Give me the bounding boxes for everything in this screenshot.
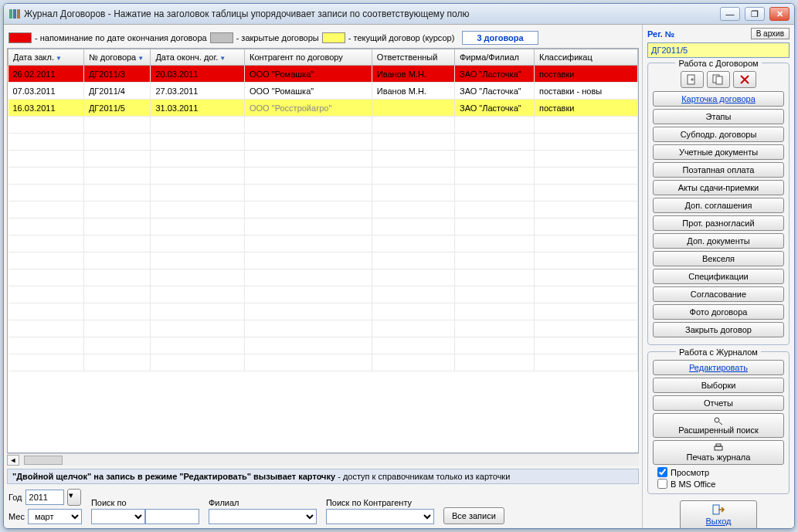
- contract-action-button[interactable]: Закрыть договор: [653, 322, 784, 337]
- table-cell: 26.02.2011: [8, 66, 84, 83]
- column-header[interactable]: Дата закл.▼: [8, 49, 84, 66]
- svg-rect-7: [715, 446, 722, 450]
- maximize-button[interactable]: ❐: [745, 7, 765, 21]
- table-cell: [8, 286, 84, 303]
- contract-action-button[interactable]: Согласование: [653, 286, 784, 302]
- table-cell: [83, 185, 151, 202]
- journal-action-button[interactable]: Расширенный поиск: [653, 413, 784, 438]
- preview-checkbox-row[interactable]: Просмотр: [657, 467, 784, 477]
- svg-rect-2: [17, 9, 20, 19]
- contract-action-button[interactable]: Карточка договора: [653, 91, 784, 107]
- journal-action-button[interactable]: Редактировать: [653, 360, 784, 375]
- table-row[interactable]: [8, 134, 638, 151]
- table-row[interactable]: [8, 303, 638, 320]
- table-cell: ЗАО "Ласточка": [454, 66, 534, 83]
- table-row[interactable]: [8, 219, 638, 236]
- column-header[interactable]: Ответственный: [372, 49, 454, 66]
- column-header[interactable]: Контрагент по договору: [245, 49, 372, 66]
- table-row[interactable]: [8, 252, 638, 269]
- table-cell: [83, 117, 151, 134]
- contract-action-button[interactable]: Спецификации: [653, 269, 784, 284]
- legend-gray-text: - закрытые договоры: [236, 33, 319, 42]
- year-input[interactable]: [25, 490, 64, 505]
- contract-action-button[interactable]: Прот. разногласий: [653, 215, 784, 231]
- contract-action-button[interactable]: Учетные документы: [653, 144, 784, 160]
- table-cell: [83, 252, 151, 269]
- table-cell: 20.03.2011: [151, 66, 245, 83]
- delete-contract-button[interactable]: [733, 71, 756, 88]
- horizontal-scrollbar[interactable]: ◄: [7, 453, 639, 466]
- month-select[interactable]: март: [28, 509, 82, 524]
- table-cell: [535, 337, 638, 354]
- msoffice-checkbox-row[interactable]: В MS Office: [657, 479, 784, 489]
- branch-select[interactable]: [209, 509, 317, 524]
- table-row[interactable]: [8, 320, 638, 337]
- hint-line: "Двойной щелчок" на запись в режиме "Ред…: [7, 469, 639, 484]
- close-button[interactable]: ✕: [769, 7, 790, 21]
- table-cell: [372, 202, 454, 219]
- legend-red-text: - напоминание по дате окончания договора: [35, 33, 207, 42]
- all-records-button[interactable]: Все записи: [443, 507, 504, 524]
- table-cell: [8, 337, 84, 354]
- to-archive-button[interactable]: В архив: [751, 28, 790, 39]
- table-cell: [8, 134, 84, 151]
- reg-number-input[interactable]: [647, 42, 790, 58]
- table-row[interactable]: [8, 236, 638, 252]
- column-header[interactable]: Классификац: [535, 49, 638, 66]
- preview-checkbox[interactable]: [657, 467, 667, 477]
- table-row[interactable]: [8, 286, 638, 303]
- table-row[interactable]: [8, 337, 638, 354]
- table-row[interactable]: [8, 269, 638, 286]
- svg-point-6: [715, 418, 719, 422]
- exit-button[interactable]: Выход: [680, 500, 757, 529]
- contract-action-button[interactable]: Поэтапная оплата: [653, 162, 784, 178]
- table-row[interactable]: 26.02.2011ДГ2011/320.03.2011ООО "Ромашка…: [8, 66, 638, 83]
- table-cell: [83, 168, 151, 185]
- table-cell: [535, 117, 638, 134]
- new-contract-button[interactable]: [681, 71, 704, 88]
- table-row[interactable]: [8, 151, 638, 168]
- table-row[interactable]: [8, 202, 638, 219]
- contract-action-button[interactable]: Доп. документы: [653, 233, 784, 249]
- journal-action-button[interactable]: Отчеты: [653, 395, 784, 411]
- contracts-table[interactable]: Дата закл.▼№ договора▼Дата оконч. дог.▼К…: [8, 49, 638, 371]
- column-header[interactable]: № договора▼: [83, 49, 151, 66]
- table-row[interactable]: [8, 117, 638, 134]
- search-field-select[interactable]: [91, 509, 145, 524]
- table-row[interactable]: [8, 185, 638, 202]
- contract-action-button[interactable]: Фото договора: [653, 304, 784, 320]
- contract-action-button[interactable]: Акты сдачи-приемки: [653, 180, 784, 195]
- table-cell: [245, 185, 372, 202]
- table-cell: [535, 286, 638, 303]
- table-row[interactable]: 07.03.2011ДГ2011/427.03.2011ООО "Ромашка…: [8, 83, 638, 100]
- minimize-button[interactable]: —: [720, 7, 740, 21]
- reg-number-label: Рег. №: [647, 29, 674, 39]
- table-cell: [83, 134, 151, 151]
- contract-action-button[interactable]: Векселя: [653, 251, 784, 266]
- copy-contract-button[interactable]: [707, 71, 730, 88]
- table-cell: [151, 117, 245, 134]
- legend-yellow-text: - текущий договор (курсор): [348, 33, 455, 42]
- contract-action-button[interactable]: Доп. соглашения: [653, 198, 784, 213]
- column-header[interactable]: Дата оконч. дог.▼: [151, 49, 245, 66]
- journal-action-button[interactable]: Печать журнала: [653, 440, 784, 465]
- journal-action-button[interactable]: Выборки: [653, 378, 784, 393]
- counterparty-select[interactable]: [326, 509, 434, 524]
- table-row[interactable]: 16.03.2011ДГ2011/531.03.2011ООО "Росстро…: [8, 100, 638, 117]
- legend-swatch-yellow: [322, 32, 345, 43]
- search-value-input[interactable]: [145, 509, 199, 524]
- table-row[interactable]: [8, 168, 638, 185]
- scroll-thumb[interactable]: [24, 456, 63, 465]
- msoffice-checkbox[interactable]: [657, 479, 667, 489]
- table-cell: [8, 320, 84, 337]
- table-cell: [454, 354, 534, 371]
- scroll-left-icon[interactable]: ◄: [7, 455, 19, 466]
- table-cell: [454, 134, 534, 151]
- table-row[interactable]: [8, 354, 638, 371]
- journal-actions-title: Работа с Журналом: [676, 347, 761, 357]
- column-header[interactable]: Фирма/Филиал: [454, 49, 534, 66]
- contract-action-button[interactable]: Этапы: [653, 109, 784, 124]
- exit-label: Выход: [706, 517, 732, 526]
- contract-action-button[interactable]: Субподр. договоры: [653, 127, 784, 142]
- year-dropdown-button[interactable]: ▾: [67, 489, 81, 506]
